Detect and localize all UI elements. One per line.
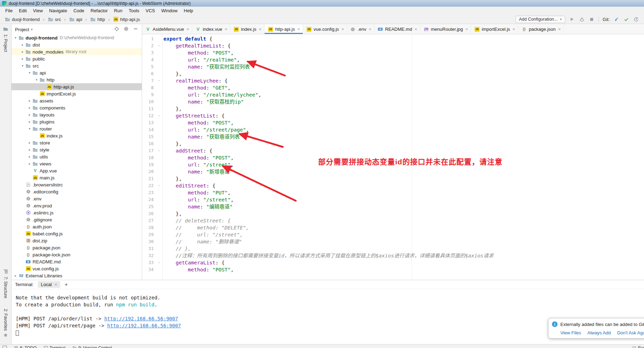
tree-chevron-icon[interactable]: ▸ xyxy=(27,141,32,144)
tree-chevron-icon[interactable]: ▸ xyxy=(13,274,18,277)
tree-item-layouts[interactable]: ▸layouts xyxy=(12,111,142,118)
tree-chevron-icon[interactable]: ▾ xyxy=(27,71,32,74)
tree-item-dist[interactable]: ▸dist xyxy=(12,41,142,48)
history-icon[interactable] xyxy=(633,16,639,22)
editor-tab-index.vue[interactable]: Vindex.vue× xyxy=(192,24,230,34)
tree-chevron-icon[interactable]: ▸ xyxy=(27,148,32,151)
tree-item-dist.zip[interactable]: dist.zip xyxy=(12,237,142,244)
terminal-tab-local[interactable]: Local× xyxy=(38,281,61,288)
editor-tab-index.js[interactable]: JSindex.js× xyxy=(230,24,265,34)
close-tab-icon[interactable]: × xyxy=(341,27,344,32)
fold-marker-icon[interactable]: ▾ xyxy=(156,112,162,119)
tree-item-.gitignore[interactable]: .gitignore xyxy=(12,216,142,223)
tree-chevron-icon[interactable]: ▾ xyxy=(34,78,39,81)
breadcrumb-item-duoji-frontend[interactable]: duoji-frontend xyxy=(4,16,41,22)
tree-item-vue.config.js[interactable]: JSvue.config.js xyxy=(12,265,142,272)
tree-item-http[interactable]: ▾http xyxy=(12,76,142,83)
tree-item-auth.json[interactable]: {}auth.json xyxy=(12,223,142,230)
locate-file-icon[interactable] xyxy=(114,26,119,33)
tree-item-public[interactable]: ▸public xyxy=(12,55,142,62)
menu-view[interactable]: View xyxy=(30,7,46,14)
tree-item-assets[interactable]: ▸assets xyxy=(12,97,142,104)
run-button[interactable] xyxy=(569,16,575,22)
close-tab-icon[interactable]: × xyxy=(225,27,227,32)
editor-tab-AsideMenu.vue[interactable]: VAsideMenu.vue× xyxy=(142,24,192,34)
menu-edit[interactable]: Edit xyxy=(16,7,30,14)
breadcrumb-item-src[interactable]: src xyxy=(47,16,62,22)
tree-item-README.md[interactable]: MREADME.md xyxy=(12,258,142,265)
add-configuration-button[interactable]: Add Configuration...▾ xyxy=(516,16,565,23)
menu-file[interactable]: File xyxy=(2,7,16,14)
tree-item-router[interactable]: ▾router xyxy=(12,125,142,132)
tree-item-package-lock.json[interactable]: {}package-lock.json xyxy=(12,251,142,258)
tree-item-main.js[interactable]: JSmain.js xyxy=(12,174,142,181)
always-add-link[interactable]: Always Add xyxy=(587,330,611,335)
editor-tab-package.json[interactable]: {}package.json× xyxy=(518,24,564,34)
tree-item-plugins[interactable]: ▸plugins xyxy=(12,118,142,125)
debug-button[interactable] xyxy=(579,16,585,22)
stop-button[interactable] xyxy=(589,16,595,22)
code-editor[interactable]: 1export default {2▾ getRealTimeList: {3 … xyxy=(142,34,644,280)
close-tab-icon[interactable]: × xyxy=(512,27,515,32)
view-files-link[interactable]: View Files xyxy=(560,330,581,335)
chevron-down-icon[interactable]: ▾ xyxy=(31,28,33,31)
fold-marker-icon[interactable]: ▾ xyxy=(156,42,162,49)
menu-vcs[interactable]: VCS xyxy=(142,7,158,14)
breadcrumb-item-http-api.js[interactable]: JShttp-api.js xyxy=(112,16,141,22)
tree-item-.env.prod[interactable]: .env.prod xyxy=(12,202,142,209)
statusbar-terminal[interactable]: Terminal xyxy=(44,346,65,348)
tree-chevron-icon[interactable]: ▸ xyxy=(20,50,25,54)
editor-tab-importExcel.js[interactable]: JSimportExcel.js× xyxy=(471,24,518,34)
tree-chevron-icon[interactable]: ▸ xyxy=(27,162,32,165)
toolwindow-toggle-icon[interactable] xyxy=(2,346,7,348)
tree-item-.env[interactable]: .env xyxy=(12,195,142,202)
menu-run[interactable]: Run xyxy=(111,7,126,14)
tree-item-External Libraries[interactable]: ▸External Libraries xyxy=(12,272,142,279)
tree-chevron-icon[interactable]: ▸ xyxy=(27,113,32,116)
editor-tab-vue.config.js[interactable]: JSvue.config.js× xyxy=(303,24,347,34)
settings-gear-icon[interactable] xyxy=(124,26,129,33)
dont-ask-again-link[interactable]: Don't Ask Again xyxy=(617,330,644,335)
editor-tab-README.md[interactable]: MREADME.md× xyxy=(374,24,420,34)
close-tab-icon[interactable]: × xyxy=(369,27,372,32)
fold-marker-icon[interactable]: ▾ xyxy=(156,147,162,154)
breadcrumb-item-http[interactable]: http xyxy=(89,16,106,22)
fold-marker-icon[interactable]: ▾ xyxy=(156,77,162,84)
tree-chevron-icon[interactable]: ▸ xyxy=(20,57,25,61)
tree-chevron-icon[interactable]: ▾ xyxy=(13,36,18,40)
tool-window-structure-button[interactable]: 7: Structure xyxy=(3,269,8,298)
menu-tools[interactable]: Tools xyxy=(126,7,142,14)
tree-item-package.json[interactable]: {}package.json xyxy=(12,244,142,251)
tree-chevron-icon[interactable]: ▸ xyxy=(27,120,32,123)
tree-item-index.js[interactable]: JSindex.js xyxy=(12,132,142,139)
fold-marker-icon[interactable]: ▾ xyxy=(156,259,162,266)
update-project-icon[interactable] xyxy=(614,16,620,22)
editor-tab-.env[interactable]: .env× xyxy=(347,24,374,34)
tree-chevron-icon[interactable]: ▸ xyxy=(27,106,32,109)
statusbar-version-control[interactable]: 9: Version Control xyxy=(72,346,112,348)
close-tab-icon[interactable]: × xyxy=(465,27,468,32)
tree-item-store[interactable]: ▸store xyxy=(12,139,142,146)
tree-item-node_modules[interactable]: ▸node_moduleslibrary root xyxy=(12,48,142,55)
close-tab-icon[interactable]: × xyxy=(187,27,189,32)
statusbar-event-log[interactable]: Event Log xyxy=(632,346,644,348)
editor-tab-menuRouter.jpg[interactable]: menuRouter.jpg× xyxy=(420,24,471,34)
menu-help[interactable]: Help xyxy=(181,7,196,14)
tool-window-project-button[interactable]: 1: Project xyxy=(3,27,8,52)
commit-icon[interactable] xyxy=(623,16,629,22)
tree-chevron-icon[interactable]: ▸ xyxy=(27,99,32,102)
tree-item-.eslintrc.js[interactable]: .eslintrc.js xyxy=(12,209,142,216)
menu-code[interactable]: Code xyxy=(70,7,88,14)
statusbar-todo[interactable]: 6: TODO xyxy=(14,346,37,348)
tree-item-style[interactable]: ▸style xyxy=(12,146,142,153)
tree-item-.editorconfig[interactable]: .editorconfig xyxy=(12,188,142,195)
menu-refactor[interactable]: Refactor xyxy=(88,7,111,14)
tool-window-favorites-button[interactable]: 2: Favorites xyxy=(3,309,8,339)
tree-item-importExcel.js[interactable]: JSimportExcel.js xyxy=(12,90,142,97)
new-terminal-icon[interactable]: + xyxy=(64,282,68,288)
tree-item-.browserslistrc[interactable]: .browserslistrc xyxy=(12,181,142,188)
tree-chevron-icon[interactable]: ▸ xyxy=(20,43,25,47)
tree-item-duoji-frontend[interactable]: ▾duoji-frontendD:\zheheWeb\duoji-fronten… xyxy=(12,34,142,41)
menu-window[interactable]: Window xyxy=(158,7,181,14)
close-tab-icon[interactable]: × xyxy=(558,27,561,32)
